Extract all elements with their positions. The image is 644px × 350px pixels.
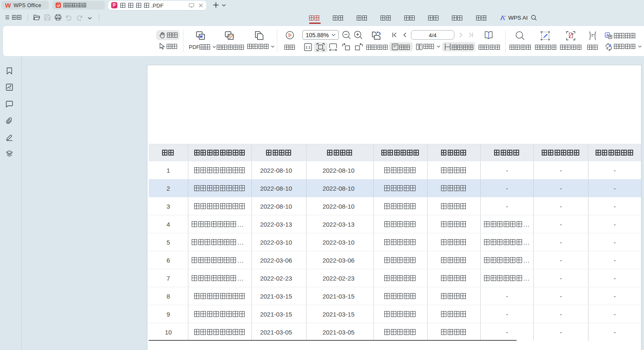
svg-text:1:1: 1:1	[305, 45, 311, 49]
svg-text:A: A	[609, 43, 611, 48]
